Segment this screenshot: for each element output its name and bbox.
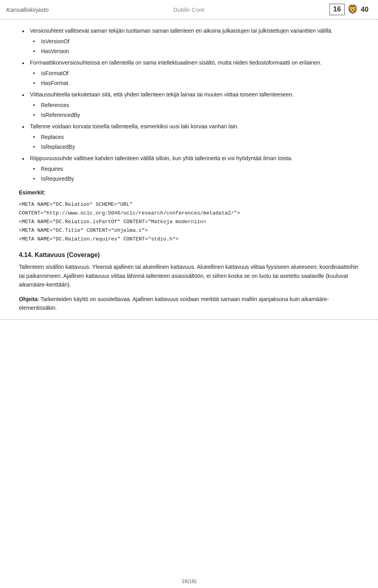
sub-item-hasformat: HasFormat — [30, 79, 359, 87]
emblem-icon: 🦁 — [346, 2, 360, 17]
sub-item-isreplacedby: IsReplacedBy — [30, 143, 359, 151]
coverage-para1: Tallenteen sisällön kattavuus. Yleensä a… — [19, 263, 359, 289]
meta-line-3: <META NAME="DC.Relation.isPartOf" CONTEN… — [19, 218, 359, 226]
riippuvuus-text: Riippuvuussuhde vallitsee kahden tallent… — [30, 155, 293, 161]
footer-text: 16(18) — [182, 578, 196, 584]
ohjeita-para: Ohjeita: Tarkenteiden käyttö on suositel… — [19, 295, 359, 312]
ohjeita-label: Ohjeita — [19, 296, 37, 302]
versio-sub-list: IsVersionOf HasVersion — [30, 37, 359, 55]
ohjeita-text: : Tarkenteiden käyttö on suositeltavaa. … — [19, 296, 329, 311]
meta-line-5: <META NAME="DC.Relation.requires" CONTEN… — [19, 235, 359, 244]
sub-item-isversionof: IsVersionOf — [30, 37, 359, 46]
coverage-section: 4.14. Kattavuus (Coverage) Tallenteen si… — [19, 251, 359, 312]
header-right: 16 🦁 40 — [329, 2, 369, 17]
sub-item-hasversion: HasVersion — [30, 47, 359, 55]
riippuvuus-sub-list: Requires IsRequiredBy — [30, 165, 359, 183]
page-total: 40 — [361, 6, 369, 14]
sub-item-isrequiredby: IsRequiredBy — [30, 175, 359, 183]
versio-list: Versiosuhteet vallitsevat saman tekijän … — [19, 27, 359, 183]
page-footer: 16(18) — [0, 578, 378, 584]
sub-item-replaces: Replaces — [30, 133, 359, 141]
korvata-sub-list: Replaces IsReplacedBy — [30, 133, 359, 151]
versiosuhteet-block: Versiosuhteet vallitsevat saman tekijän … — [19, 27, 359, 183]
coverage-heading: 4.14. Kattavuus (Coverage) — [19, 251, 359, 259]
main-content: Versiosuhteet vallitsevat saman tekijän … — [0, 27, 378, 312]
meta-line-1: <META NAME="DC.Relation" SCHEME="URL" — [19, 200, 359, 209]
page-header: Kansalliskirjasto Dublin Core 16 🦁 40 — [0, 0, 378, 19]
list-item-formaatti: Formaattikonversiosuhteissa eri tallente… — [19, 59, 359, 87]
korvata-text: Tallenne voidaan korvata toisella tallen… — [30, 123, 239, 129]
versio-text: Versiosuhteet vallitsevat saman tekijän … — [30, 28, 333, 34]
list-item-viittaus: Viittaussuhteella tarkoitetaan sitä, ett… — [19, 91, 359, 119]
sub-item-isreferencedby: IsReferencedBy — [30, 111, 359, 119]
list-item-korvata: Tallenne voidaan korvata toisella tallen… — [19, 122, 359, 151]
viittaus-text: Viittaussuhteella tarkoitetaan sitä, ett… — [30, 91, 294, 98]
bottom-divider — [0, 319, 378, 320]
top-divider — [0, 19, 378, 20]
list-item-riippuvuus: Riippuvuussuhde vallitsee kahden tallent… — [19, 154, 359, 183]
list-item-versio: Versiosuhteet vallitsevat saman tekijän … — [19, 27, 359, 55]
sub-item-references: References — [30, 101, 359, 109]
header-left-title: Kansalliskirjasto — [6, 6, 49, 13]
sub-item-requires: Requires — [30, 165, 359, 173]
meta-line-2: CONTENT="http://www.oclc.org:5046/oclc/r… — [19, 209, 359, 218]
esimerkit-label: Esimerkit: — [19, 189, 359, 196]
meta-code-block: <META NAME="DC.Relation" SCHEME="URL" CO… — [19, 200, 359, 244]
meta-line-4: <META NAME="DC.Title" CONTENT="ohjelma.c… — [19, 226, 359, 235]
formaatti-text: Formaattikonversiosuhteissa eri tallente… — [30, 59, 322, 66]
viittaus-sub-list: References IsReferencedBy — [30, 101, 359, 119]
esimerkit-block: Esimerkit: <META NAME="DC.Relation" SCHE… — [19, 189, 359, 244]
page-number-badge: 16 — [329, 4, 345, 15]
header-center-title: Dublin Core — [173, 6, 204, 13]
formaatti-sub-list: IsFormatOf HasFormat — [30, 69, 359, 87]
sub-item-isformatof: IsFormatOf — [30, 69, 359, 78]
